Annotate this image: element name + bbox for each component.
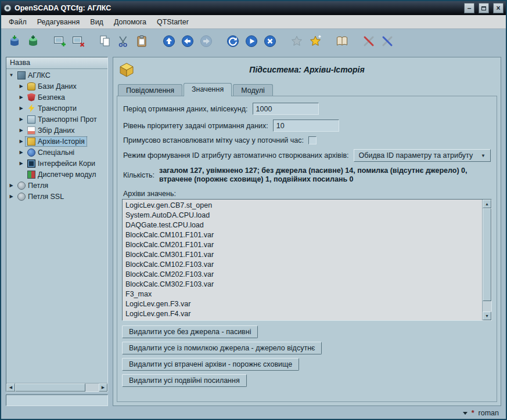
scroll-right-button[interactable]: ▶: [99, 383, 107, 392]
priority-label: Рівень пріоритету задачі отримання даних…: [123, 122, 268, 130]
tree-expand-arrow-icon[interactable]: ▶: [19, 117, 24, 122]
delete-action-button[interactable]: Видалити усе без джерела - пасивні: [122, 325, 258, 338]
refresh-button[interactable]: [224, 33, 242, 50]
title-bar[interactable]: OpenSCADA QTCfg: АГЛКС – ×: [1, 1, 506, 15]
favorite-add-button[interactable]: [307, 33, 324, 50]
tree-item[interactable]: ▶ Збір Даних: [6, 125, 107, 136]
start-button[interactable]: [243, 33, 260, 50]
maximize-icon: [481, 6, 486, 10]
tree-item[interactable]: ▶ Спеціальні: [6, 147, 107, 158]
scroll-left-button[interactable]: ◀: [6, 383, 15, 392]
tree-filter-input[interactable]: [6, 394, 108, 406]
scroll-down-button[interactable]: ▼: [483, 312, 491, 320]
tree-expand-arrow-icon[interactable]: ▶: [19, 84, 24, 89]
add-item-icon: [53, 35, 66, 49]
combobox-value: Обидва ID параметру та атрибуту: [359, 151, 479, 160]
menu-item[interactable]: Допомога: [109, 16, 152, 28]
minimize-button[interactable]: –: [464, 3, 474, 13]
back-button[interactable]: [179, 33, 196, 50]
tree-item[interactable]: ▶ Транспорти: [6, 103, 107, 114]
tree-expand-arrow-icon[interactable]: ▶: [19, 128, 24, 133]
stop-button[interactable]: [261, 33, 279, 50]
tree-expand-arrow-icon[interactable]: ▶: [19, 150, 24, 155]
favorite-button[interactable]: [288, 33, 305, 50]
paste-item-button[interactable]: [134, 33, 151, 50]
menu-item[interactable]: Редагування: [32, 16, 85, 28]
delete-action-button[interactable]: Видалити усі подвійні посилання: [122, 374, 247, 387]
menu-item[interactable]: Вид: [85, 16, 109, 28]
tree-item[interactable]: ▶ Архіви-Історія: [6, 136, 107, 147]
tree-expand-arrow-icon[interactable]: ▶: [19, 139, 24, 144]
archive-list-item[interactable]: BlockCalc.CM202.F103.var: [125, 270, 482, 280]
tree-horizontal-scrollbar[interactable]: ◀ ▶: [6, 383, 107, 392]
tree-item[interactable]: ▶ Бази Даних: [6, 81, 107, 92]
archive-list-item[interactable]: LogicLev.gen.F3.var: [125, 299, 482, 309]
tree-item-label: АГЛКС: [28, 71, 51, 79]
tray-arrow-icon[interactable]: [463, 412, 468, 415]
archive-list-item[interactable]: BlockCalc.CM102.F103.var: [125, 260, 482, 270]
period-input[interactable]: [253, 103, 319, 115]
tree-item[interactable]: ▼ АГЛКС: [6, 70, 107, 81]
menu-item[interactable]: Файл: [3, 16, 32, 28]
tree-item[interactable]: ▶ Безпека: [6, 92, 107, 103]
tree-item[interactable]: Диспетчер модул: [6, 169, 107, 180]
dev-tool-2-button[interactable]: [379, 33, 396, 50]
tree-expand-arrow-icon[interactable]: ▶: [19, 106, 24, 111]
archive-list-item[interactable]: LogicLev.gen.F5.PP1: [125, 319, 482, 320]
save-to-db-button[interactable]: [24, 33, 42, 50]
priority-row: Рівень пріоритету задачі отримання даних…: [123, 120, 491, 132]
tree-item-label: Інтерфейси Кори: [38, 160, 95, 168]
forward-button[interactable]: [197, 33, 215, 50]
tree-item[interactable]: ▶ Транспортні Прот: [6, 114, 107, 125]
manual-button[interactable]: [333, 33, 351, 50]
tree-expand-arrow-icon[interactable]: ▶: [9, 194, 14, 199]
archive-list-item[interactable]: BlockCalc.CM201.F101.var: [125, 240, 482, 250]
id-mode-row: Режим формування ID атрибуту автоматично…: [123, 149, 491, 162]
archive-list-item[interactable]: BlockCalc.CM101.F101.var: [125, 230, 482, 240]
dev-tool-1-button[interactable]: [360, 33, 377, 50]
tree-item-label: Петля SSL: [28, 193, 64, 201]
tree-expand-arrow-icon[interactable]: ▶: [9, 183, 14, 188]
tree-item[interactable]: ▶ Петля: [6, 180, 107, 191]
value-archives-list[interactable]: LogicLev.gen.CB7.st_openSystem.AutoDA.CP…: [122, 199, 492, 321]
tab[interactable]: Значення: [184, 83, 232, 96]
id-mode-combobox[interactable]: Обидва ID параметру та атрибуту ▼: [354, 149, 491, 162]
priority-input[interactable]: [273, 120, 339, 132]
tree-expand-arrow-icon[interactable]: ▼: [9, 73, 14, 78]
cut-item-button[interactable]: [115, 33, 132, 50]
archive-list-item[interactable]: BlockCalc.CM302.F103.var: [125, 280, 482, 289]
tree-item[interactable]: ▶ Петля SSL: [6, 191, 107, 202]
archive-list-item[interactable]: LogicLev.gen.CB7.st_open: [125, 201, 482, 211]
close-button[interactable]: ×: [493, 3, 504, 13]
scroll-up-button[interactable]: ▲: [483, 200, 491, 208]
menu-item[interactable]: QTStarter: [152, 16, 194, 28]
load-from-db-button[interactable]: [6, 33, 23, 50]
count-row: Кількість: загалом 127, увімкнено 127; б…: [123, 166, 491, 184]
archive-list-item[interactable]: System.AutoDA.CPU.load: [125, 211, 482, 220]
archive-list-item[interactable]: BlockCalc.CM301.F101.var: [125, 250, 482, 260]
list-vertical-scrollbar[interactable]: ▲ ▼: [482, 200, 491, 320]
maximize-button[interactable]: [479, 3, 489, 13]
add-item-button[interactable]: [51, 33, 69, 50]
copy-item-button[interactable]: [96, 33, 114, 50]
tree-item[interactable]: ▶ Інтерфейси Кори: [6, 158, 107, 169]
tree-expand-arrow-icon[interactable]: ▶: [19, 161, 24, 166]
up-level-button[interactable]: [160, 33, 178, 50]
tree-item-icon: [27, 160, 35, 168]
tree-column-header[interactable]: Назва: [6, 57, 107, 69]
archive-list-item[interactable]: F3_max: [125, 289, 482, 299]
archive-list-item[interactable]: LogicLev.gen.F4.var: [125, 309, 482, 319]
delete-action-button[interactable]: Видалити усе із помилкою джерела - джере…: [122, 342, 322, 354]
tree-expand-arrow-icon[interactable]: ▶: [19, 95, 24, 100]
vscroll-thumb[interactable]: [483, 208, 491, 301]
tab[interactable]: Модулі: [233, 84, 273, 96]
delete-action-button[interactable]: Видалити усі втрачені архіви - порожнє с…: [122, 358, 299, 371]
status-user[interactable]: roman: [479, 409, 499, 417]
hscroll-thumb[interactable]: [15, 383, 85, 392]
tree-item-icon: [17, 182, 26, 190]
tab[interactable]: Повідомлення: [118, 84, 182, 96]
archive-list-item[interactable]: DAQGate.test.CPU.load: [125, 220, 482, 230]
delete-item-button[interactable]: [70, 33, 87, 50]
arrow-up-icon: [163, 35, 175, 49]
force-time-checkbox[interactable]: [308, 136, 317, 144]
